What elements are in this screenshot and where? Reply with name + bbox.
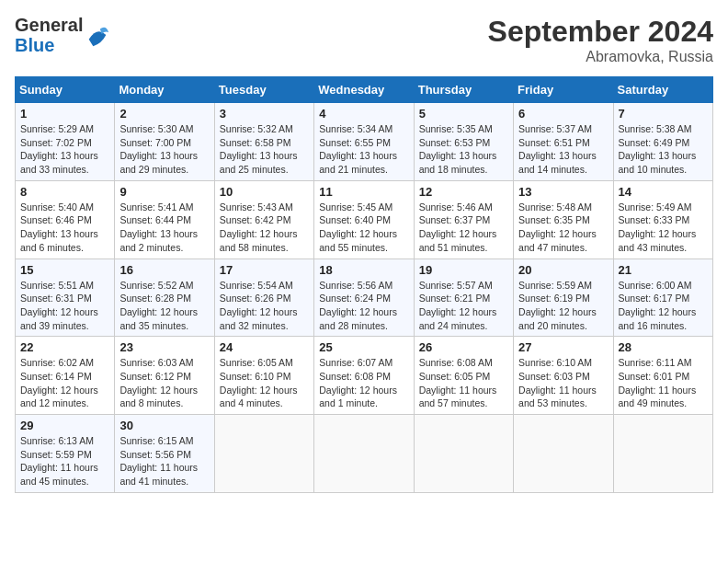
calendar-header: SundayMondayTuesdayWednesdayThursdayFrid… [16, 77, 713, 103]
day-number: 8 [20, 185, 109, 199]
day-info: Sunrise: 6:15 AM Sunset: 5:56 PM Dayligh… [119, 434, 209, 488]
calendar-cell: 12Sunrise: 5:46 AM Sunset: 6:37 PM Dayli… [414, 180, 513, 259]
day-number: 23 [119, 340, 209, 354]
calendar-cell [214, 415, 313, 493]
day-number: 3 [220, 107, 309, 121]
day-info: Sunrise: 5:32 AM Sunset: 6:58 PM Dayligh… [220, 122, 309, 177]
calendar-cell: 30Sunrise: 6:15 AM Sunset: 5:56 PM Dayli… [115, 415, 214, 493]
logo-general: General [15, 15, 83, 35]
day-info: Sunrise: 5:52 AM Sunset: 6:28 PM Dayligh… [119, 279, 209, 333]
calendar-cell: 6Sunrise: 5:37 AM Sunset: 6:51 PM Daylig… [514, 103, 613, 181]
calendar-week-5: 29Sunrise: 6:13 AM Sunset: 5:59 PM Dayli… [16, 415, 713, 493]
day-info: Sunrise: 5:40 AM Sunset: 6:46 PM Dayligh… [20, 201, 109, 255]
calendar-body: 1Sunrise: 5:29 AM Sunset: 7:02 PM Daylig… [16, 103, 713, 493]
location-title: Abramovka, Russia [488, 49, 713, 65]
day-info: Sunrise: 5:57 AM Sunset: 6:21 PM Dayligh… [419, 279, 508, 333]
day-info: Sunrise: 5:45 AM Sunset: 6:40 PM Dayligh… [319, 201, 408, 255]
calendar-cell: 24Sunrise: 6:05 AM Sunset: 6:10 PM Dayli… [214, 337, 313, 415]
calendar-cell: 8Sunrise: 5:40 AM Sunset: 6:46 PM Daylig… [16, 180, 115, 259]
calendar-cell: 26Sunrise: 6:08 AM Sunset: 6:05 PM Dayli… [414, 337, 513, 415]
calendar-cell [613, 415, 712, 493]
weekday-header-tuesday: Tuesday [214, 77, 313, 103]
day-number: 26 [419, 340, 508, 354]
day-number: 1 [20, 107, 109, 121]
day-number: 15 [20, 263, 109, 277]
day-number: 18 [319, 263, 408, 277]
day-number: 30 [119, 419, 209, 432]
logo-blue: Blue [15, 35, 54, 55]
calendar-table: SundayMondayTuesdayWednesdayThursdayFrid… [15, 76, 713, 493]
calendar-cell: 29Sunrise: 6:13 AM Sunset: 5:59 PM Dayli… [16, 415, 115, 493]
day-info: Sunrise: 6:11 AM Sunset: 6:01 PM Dayligh… [619, 356, 708, 410]
day-info: Sunrise: 5:41 AM Sunset: 6:44 PM Dayligh… [119, 201, 209, 255]
calendar-cell: 14Sunrise: 5:49 AM Sunset: 6:33 PM Dayli… [613, 180, 712, 259]
day-number: 25 [319, 340, 408, 354]
calendar-cell [514, 415, 613, 493]
calendar-cell [314, 415, 414, 493]
day-number: 13 [518, 185, 608, 199]
day-info: Sunrise: 5:59 AM Sunset: 6:19 PM Dayligh… [518, 279, 608, 333]
day-info: Sunrise: 5:54 AM Sunset: 6:26 PM Dayligh… [220, 279, 309, 333]
day-info: Sunrise: 6:00 AM Sunset: 6:17 PM Dayligh… [619, 279, 708, 333]
day-number: 12 [419, 185, 508, 199]
calendar-cell: 3Sunrise: 5:32 AM Sunset: 6:58 PM Daylig… [214, 103, 313, 181]
day-info: Sunrise: 6:10 AM Sunset: 6:03 PM Dayligh… [518, 356, 608, 410]
calendar-cell: 22Sunrise: 6:02 AM Sunset: 6:14 PM Dayli… [16, 337, 115, 415]
logo: General Blue [15, 15, 110, 55]
calendar-cell: 7Sunrise: 5:38 AM Sunset: 6:49 PM Daylig… [613, 103, 712, 181]
day-info: Sunrise: 6:07 AM Sunset: 6:08 PM Dayligh… [319, 356, 408, 410]
day-info: Sunrise: 5:43 AM Sunset: 6:42 PM Dayligh… [220, 201, 309, 255]
page-header: General Blue September 2024 Abramovka, R… [15, 15, 713, 65]
day-info: Sunrise: 6:02 AM Sunset: 6:14 PM Dayligh… [20, 356, 109, 410]
day-info: Sunrise: 5:51 AM Sunset: 6:31 PM Dayligh… [20, 279, 109, 333]
day-info: Sunrise: 5:34 AM Sunset: 6:55 PM Dayligh… [319, 122, 408, 177]
weekday-header-thursday: Thursday [414, 77, 513, 103]
day-number: 4 [319, 107, 408, 121]
calendar-cell: 25Sunrise: 6:07 AM Sunset: 6:08 PM Dayli… [314, 337, 414, 415]
month-title: September 2024 [488, 15, 713, 49]
day-number: 10 [220, 185, 309, 199]
day-number: 21 [619, 263, 708, 277]
day-number: 17 [220, 263, 309, 277]
calendar-cell: 10Sunrise: 5:43 AM Sunset: 6:42 PM Dayli… [214, 180, 313, 259]
weekday-row: SundayMondayTuesdayWednesdayThursdayFrid… [16, 77, 713, 103]
calendar-cell: 18Sunrise: 5:56 AM Sunset: 6:24 PM Dayli… [314, 259, 414, 337]
weekday-header-friday: Friday [514, 77, 613, 103]
day-info: Sunrise: 5:30 AM Sunset: 7:00 PM Dayligh… [119, 122, 209, 177]
day-info: Sunrise: 5:37 AM Sunset: 6:51 PM Dayligh… [518, 122, 608, 177]
title-block: September 2024 Abramovka, Russia [488, 15, 713, 65]
calendar-week-2: 8Sunrise: 5:40 AM Sunset: 6:46 PM Daylig… [16, 180, 713, 259]
weekday-header-saturday: Saturday [613, 77, 712, 103]
day-info: Sunrise: 6:08 AM Sunset: 6:05 PM Dayligh… [419, 356, 508, 410]
calendar-cell: 9Sunrise: 5:41 AM Sunset: 6:44 PM Daylig… [115, 180, 214, 259]
day-info: Sunrise: 5:46 AM Sunset: 6:37 PM Dayligh… [419, 201, 508, 255]
calendar-cell: 13Sunrise: 5:48 AM Sunset: 6:35 PM Dayli… [514, 180, 613, 259]
day-info: Sunrise: 6:13 AM Sunset: 5:59 PM Dayligh… [20, 434, 109, 488]
day-number: 5 [419, 107, 508, 121]
day-info: Sunrise: 6:03 AM Sunset: 6:12 PM Dayligh… [119, 356, 209, 410]
day-info: Sunrise: 5:35 AM Sunset: 6:53 PM Dayligh… [419, 122, 508, 177]
day-number: 29 [20, 419, 109, 432]
day-number: 2 [119, 107, 209, 121]
day-number: 22 [20, 340, 109, 354]
day-number: 27 [518, 340, 608, 354]
day-number: 6 [518, 107, 608, 121]
day-info: Sunrise: 5:38 AM Sunset: 6:49 PM Dayligh… [619, 122, 708, 177]
calendar-cell [414, 415, 513, 493]
calendar-cell: 16Sunrise: 5:52 AM Sunset: 6:28 PM Dayli… [115, 259, 214, 337]
day-info: Sunrise: 5:29 AM Sunset: 7:02 PM Dayligh… [20, 122, 109, 177]
day-number: 14 [619, 185, 708, 199]
day-info: Sunrise: 5:49 AM Sunset: 6:33 PM Dayligh… [619, 201, 708, 255]
day-info: Sunrise: 5:48 AM Sunset: 6:35 PM Dayligh… [518, 201, 608, 255]
calendar-cell: 4Sunrise: 5:34 AM Sunset: 6:55 PM Daylig… [314, 103, 414, 181]
calendar-cell: 23Sunrise: 6:03 AM Sunset: 6:12 PM Dayli… [115, 337, 214, 415]
calendar-cell: 17Sunrise: 5:54 AM Sunset: 6:26 PM Dayli… [214, 259, 313, 337]
day-info: Sunrise: 5:56 AM Sunset: 6:24 PM Dayligh… [319, 279, 408, 333]
calendar-cell: 1Sunrise: 5:29 AM Sunset: 7:02 PM Daylig… [16, 103, 115, 181]
day-number: 16 [119, 263, 209, 277]
day-number: 28 [619, 340, 708, 354]
day-number: 20 [518, 263, 608, 277]
calendar-cell: 15Sunrise: 5:51 AM Sunset: 6:31 PM Dayli… [16, 259, 115, 337]
day-number: 7 [619, 107, 708, 121]
day-number: 11 [319, 185, 408, 199]
